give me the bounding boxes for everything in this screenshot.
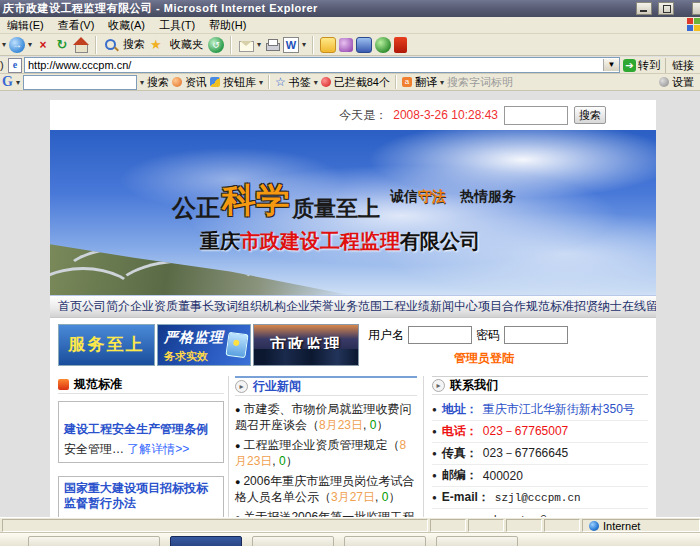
google-search-dropdown[interactable]: ▾ — [140, 78, 144, 87]
address-url[interactable]: http://www.cccpm.cn/ — [28, 59, 131, 71]
links-label[interactable]: 链接 — [665, 58, 700, 73]
menu-item-4[interactable]: 帮助(H) — [202, 17, 253, 33]
favorites-icon[interactable]: ★ — [150, 37, 166, 53]
username-input[interactable] — [408, 326, 472, 344]
news-item-text[interactable]: 关于报送2006年第一批监理工程师初始注 — [235, 510, 414, 517]
news-item-2[interactable]: ●2006年重庆市监理员岗位考试合格人员名单公示（3月27日, 0） — [235, 474, 417, 505]
menu-item-1[interactable]: 查看(V) — [51, 17, 102, 33]
home-icon[interactable] — [73, 37, 89, 53]
nav-item-7[interactable]: 工程业绩 — [382, 298, 430, 315]
google-search-input[interactable] — [23, 75, 137, 90]
restore-button[interactable] — [658, 2, 674, 15]
standards-box-2[interactable]: 国家重大建设项目招标投标监督暂行办法 — [58, 476, 224, 517]
nav-item-9[interactable]: 项目合作 — [478, 298, 526, 315]
edit-dropdown[interactable]: ▾ — [302, 40, 306, 49]
taskbar-button[interactable] — [344, 536, 426, 546]
print-icon[interactable] — [264, 37, 280, 53]
go-button[interactable]: ➔ 转到 — [623, 58, 660, 73]
contact-value: 重庆市江北华新街新村350号 — [483, 401, 635, 418]
history-icon[interactable]: ↺ — [208, 37, 224, 53]
nav-item-4[interactable]: 组织机构 — [238, 298, 286, 315]
nav-item-0[interactable]: 首页 — [58, 298, 82, 315]
popup-blocked-count[interactable]: 已拦截84个 — [334, 75, 390, 90]
back-button-remnant[interactable]: ▾ — [2, 40, 6, 49]
forward-dropdown[interactable]: ▾ — [28, 40, 32, 49]
settings-icon — [659, 77, 669, 87]
button-library-dropdown[interactable]: ▾ — [259, 78, 263, 87]
standards-box-1[interactable]: 建设工程安全生产管理条例 安全管理… 了解详情>> — [58, 401, 224, 463]
promo-banner-service[interactable]: 服务至上 — [58, 324, 155, 366]
nav-item-8[interactable]: 新闻中心 — [430, 298, 478, 315]
title-bar[interactable]: 庆市政建设工程监理有限公司 - Microsoft Internet Explo… — [0, 0, 700, 17]
translate-dropdown[interactable]: ▾ — [440, 78, 444, 87]
site-search-input[interactable] — [504, 106, 568, 125]
close-button[interactable] — [692, 2, 700, 15]
nav-item-1[interactable]: 公司简介 — [82, 298, 130, 315]
forward-icon[interactable]: → — [9, 37, 25, 53]
news-item-text[interactable]: 2006年重庆市监理员岗位考试合格人员名单公示 — [235, 474, 414, 504]
minimize-button[interactable] — [636, 2, 652, 15]
news-item-1[interactable]: ●工程监理企业资质管理规定（8月23日, 0） — [235, 438, 417, 469]
google-news-label[interactable]: 资讯 — [185, 75, 207, 90]
nav-item-10[interactable]: 规范标准 — [526, 298, 574, 315]
menu-item-0[interactable]: 编辑(E) — [0, 17, 51, 33]
standards-link-1[interactable]: 建设工程安全生产管理条例 — [64, 422, 218, 437]
messenger-icon[interactable] — [320, 37, 336, 53]
msn-icon[interactable] — [339, 38, 353, 52]
taskbar-button-active[interactable] — [170, 536, 242, 546]
nav-item-12[interactable]: 在线留言 — [622, 298, 656, 315]
flashget-icon[interactable] — [394, 37, 407, 53]
contact-value: 023－67766645 — [483, 445, 568, 462]
site-search-button[interactable]: 搜索 — [574, 106, 606, 124]
news-item-0[interactable]: ●市建委、市物价局就监理收费问题召开座谈会（8月23日, 0） — [235, 402, 417, 433]
nav-item-6[interactable]: 业务范围 — [334, 298, 382, 315]
taskbar-button[interactable] — [28, 536, 160, 546]
search-icon[interactable] — [103, 37, 119, 53]
google-search-label[interactable]: 搜索 — [147, 75, 169, 90]
stop-icon[interactable]: × — [35, 37, 51, 53]
address-input[interactable]: http://www.cccpm.cn/ ▼ — [24, 57, 620, 73]
bullet-icon: ● — [235, 441, 240, 451]
button-library-icon — [210, 77, 220, 87]
search-label[interactable]: 搜索 — [123, 37, 145, 52]
mail-dropdown[interactable]: ▾ — [257, 40, 261, 49]
button-library-label[interactable]: 按钮库 — [223, 75, 256, 90]
today-datetime: 2008-3-26 10:28:43 — [393, 108, 498, 122]
favorites-label[interactable]: 收藏夹 — [170, 37, 203, 52]
menu-item-2[interactable]: 收藏(A) — [101, 17, 152, 33]
read-more-link[interactable]: 了解详情>> — [127, 442, 189, 456]
contacts-icon[interactable] — [356, 37, 372, 53]
menu-item-3[interactable]: 工具(T) — [152, 17, 202, 33]
toolbar: ▾ → ▾ × ↻ 搜索 ★ 收藏夹 ↺ ▾ W ▾ — [0, 34, 700, 56]
google-logo-dropdown[interactable]: ▾ — [16, 78, 20, 87]
nav-item-3[interactable]: 董事长致词 — [178, 298, 238, 315]
bookmarks-dropdown[interactable]: ▾ — [314, 78, 318, 87]
gbar-settings[interactable]: 设置 — [659, 75, 694, 90]
promo-banner-supervision[interactable]: 严格监理 务求实效 — [157, 324, 251, 366]
news-item-count: 0 — [279, 454, 286, 468]
news-item-3[interactable]: ●关于报送2006年第一批监理工程师初始注 — [235, 510, 417, 517]
google-logo-icon[interactable]: G — [2, 74, 13, 90]
mail-icon[interactable] — [238, 37, 254, 53]
nav-item-11[interactable]: 招贤纳士 — [574, 298, 622, 315]
translate-label[interactable]: 翻译 — [415, 75, 437, 90]
address-dropdown-icon[interactable]: ▼ — [603, 59, 619, 71]
refresh-icon[interactable]: ↻ — [54, 37, 70, 53]
taskbar-button[interactable] — [252, 536, 334, 546]
status-main-panel — [2, 519, 428, 532]
plugin-flower-icon[interactable] — [375, 37, 391, 53]
nav-item-5[interactable]: 企业荣誉 — [286, 298, 334, 315]
standards-link-2[interactable]: 国家重大建设项目招标投标监督暂行办法 — [64, 481, 218, 511]
taskbar-button[interactable] — [436, 536, 518, 546]
page-top-band: 今天是： 2008-3-26 10:28:43 搜索 — [50, 100, 656, 130]
news-item-count: 0 — [370, 418, 377, 432]
nav-item-2[interactable]: 企业资质 — [130, 298, 178, 315]
edit-word-icon[interactable]: W — [283, 37, 299, 53]
news-item-text[interactable]: 工程监理企业资质管理规定 — [243, 438, 387, 452]
highlight-label[interactable]: 搜索字词标明 — [447, 75, 513, 90]
admin-login-link[interactable]: 管理员登陆 — [454, 350, 656, 367]
password-input[interactable] — [504, 326, 568, 344]
promo-banner-municipal[interactable]: 市政监理 — [253, 324, 359, 366]
bookmarks-label[interactable]: 书签 — [289, 75, 311, 90]
bullet-icon: ● — [432, 471, 437, 480]
